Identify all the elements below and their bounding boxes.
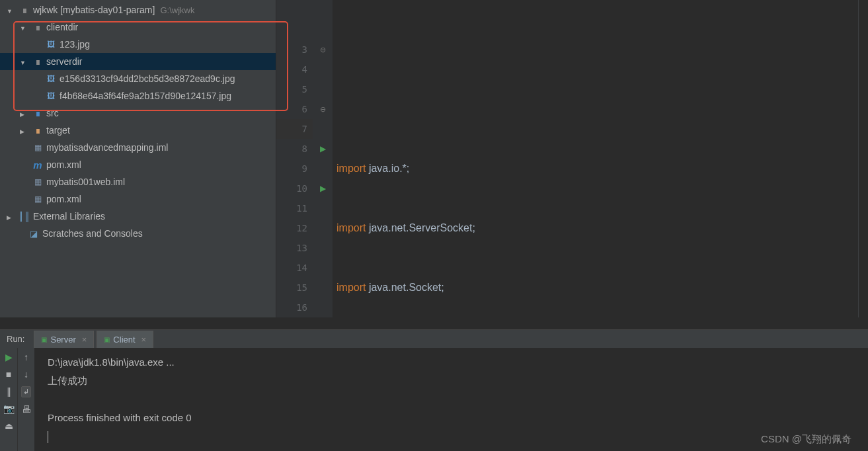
chevron-down-icon[interactable] bbox=[20, 56, 29, 67]
tree-label: wjkwk [mybatis-day01-param] bbox=[33, 5, 155, 15]
gutter-line[interactable]: 8 bbox=[276, 139, 313, 159]
rerun-icon[interactable]: ▶ bbox=[5, 352, 13, 362]
close-icon[interactable]: × bbox=[141, 335, 147, 345]
chevron-down-icon[interactable] bbox=[7, 5, 16, 15]
gutter-line[interactable]: 12 bbox=[276, 218, 313, 238]
file-icon: ▦ bbox=[32, 194, 44, 204]
tree-row-file[interactable]: . 🖼 e156d3313cf94dd2bcb5d3e8872ead9c.jpg bbox=[0, 70, 276, 87]
run-header: Run: ▣ Server × ▣ Client × bbox=[0, 330, 868, 348]
run-tab-server[interactable]: ▣ Server × bbox=[34, 331, 94, 348]
console-output[interactable]: D:\java\jdk1.8\bin\java.exe ... 上传成功 Pro… bbox=[34, 348, 868, 451]
watermark-text: CSDN @飞翔的佩奇 bbox=[761, 433, 851, 446]
scratch-icon: ◪ bbox=[28, 229, 40, 239]
tree-row-file[interactable]: . ▦ mybatisadvancedmapping.iml bbox=[0, 139, 276, 156]
tree-row-target[interactable]: ∎ target bbox=[0, 122, 276, 139]
folder-icon: ∎ bbox=[32, 108, 44, 118]
gutter-line[interactable]: 4 bbox=[276, 60, 313, 79]
folder-icon: ∎ bbox=[19, 5, 30, 15]
gutter-line[interactable] bbox=[276, 0, 313, 20]
tree-row-root[interactable]: ∎ wjkwk [mybatis-day01-param] G:\wjkwk bbox=[0, 1, 276, 19]
tree-label: 123.jpg bbox=[59, 39, 90, 50]
image-file-icon: 🖼 bbox=[45, 40, 57, 49]
library-icon: ┃║ bbox=[19, 212, 30, 222]
tree-row-file[interactable]: . 🖼 123.jpg bbox=[0, 36, 276, 53]
run-main-icon[interactable]: ▶ bbox=[320, 184, 326, 193]
run-panel-title: Run: bbox=[0, 334, 31, 344]
folder-icon: ∎ bbox=[32, 125, 44, 136]
tree-row-file[interactable]: . ▦ pom.xml bbox=[0, 190, 276, 208]
maven-icon: m bbox=[32, 159, 44, 171]
gutter-line[interactable]: 9 bbox=[276, 159, 313, 179]
fold-icon[interactable]: ⊖ bbox=[320, 46, 326, 54]
tree-path: G:\wjkwk bbox=[160, 5, 194, 15]
run-tab-label: Server bbox=[50, 335, 75, 345]
soft-wrap-icon[interactable]: ↲ bbox=[21, 386, 31, 397]
gutter-line[interactable]: 3 bbox=[276, 40, 313, 60]
tree-label: pom.xml bbox=[46, 159, 81, 170]
editor: 3 4 5 6 7 8 9 10 11 12 13 14 15 16 ⊖ ⊖ ▶… bbox=[276, 0, 868, 317]
file-icon: ▦ bbox=[32, 177, 44, 186]
tree-row-clientdir[interactable]: ∎ clientdir bbox=[0, 19, 276, 36]
tree-label: e156d3313cf94dd2bcb5d3e8872ead9c.jpg bbox=[59, 73, 235, 84]
gutter-line[interactable]: 14 bbox=[276, 258, 313, 278]
gutter-line[interactable]: 11 bbox=[276, 198, 313, 218]
close-icon[interactable]: × bbox=[82, 335, 87, 345]
tree-row-file[interactable]: . 🖼 f4b68e64a3f64fe9a2b157d90e124157.jpg bbox=[0, 87, 276, 104]
tree-row-scratches[interactable]: . ◪ Scratches and Consoles bbox=[0, 225, 276, 242]
file-icon: ▦ bbox=[32, 143, 44, 152]
gutter-line[interactable]: 10 bbox=[276, 179, 313, 198]
tree-label: f4b68e64a3f64fe9a2b157d90e124157.jpg bbox=[59, 91, 231, 101]
image-file-icon: 🖼 bbox=[45, 74, 57, 83]
run-tab-label: Client bbox=[113, 335, 135, 345]
editor-minimap[interactable] bbox=[858, 0, 868, 317]
stop-icon[interactable]: ■ bbox=[6, 369, 11, 380]
console-line: 上传成功 bbox=[48, 372, 855, 390]
gutter-line[interactable]: 13 bbox=[276, 238, 313, 258]
gutter-line[interactable] bbox=[276, 20, 313, 40]
tree-label: target bbox=[46, 125, 70, 136]
folder-icon: ∎ bbox=[32, 22, 44, 32]
up-icon[interactable]: ↑ bbox=[24, 352, 28, 362]
image-file-icon: 🖼 bbox=[45, 91, 57, 101]
tree-row-file[interactable]: . m pom.xml bbox=[0, 156, 276, 173]
project-tree: ∎ wjkwk [mybatis-day01-param] G:\wjkwk ∎… bbox=[0, 0, 276, 317]
tree-label: src bbox=[46, 108, 59, 118]
tree-label: Scratches and Consoles bbox=[42, 228, 143, 239]
tree-label: pom.xml bbox=[46, 194, 81, 204]
tree-label: serverdir bbox=[46, 56, 82, 67]
code-area[interactable]: import java.io.*; import java.net.Server… bbox=[333, 0, 858, 317]
chevron-right-icon[interactable] bbox=[20, 108, 29, 118]
tree-label: mybatis001web.iml bbox=[46, 177, 125, 187]
tree-row-file[interactable]: . ▦ mybatis001web.iml bbox=[0, 173, 276, 190]
console-line bbox=[48, 390, 855, 409]
run-class-icon[interactable]: ▶ bbox=[320, 144, 326, 153]
tree-label: External Libraries bbox=[33, 211, 105, 222]
run-panel: Run: ▣ Server × ▣ Client × ▶ ■ ‖ 📷 ⏏ ↑ ↓… bbox=[0, 329, 868, 451]
chevron-down-icon[interactable] bbox=[20, 22, 29, 32]
gutter-line[interactable]: 7 bbox=[276, 119, 313, 139]
folder-icon: ∎ bbox=[32, 56, 44, 67]
gutter-line[interactable]: 6 bbox=[276, 99, 313, 119]
chevron-right-icon[interactable] bbox=[20, 125, 29, 136]
tree-row-serverdir[interactable]: ∎ serverdir bbox=[0, 53, 276, 70]
down-icon[interactable]: ↓ bbox=[24, 369, 28, 380]
gutter-line[interactable]: 16 bbox=[276, 298, 313, 317]
gutter-line[interactable]: 5 bbox=[276, 79, 313, 99]
run-toolbar-left: ▶ ■ ‖ 📷 ⏏ bbox=[0, 348, 17, 451]
console-line: Process finished with exit code 0 bbox=[48, 409, 855, 427]
run-tab-client[interactable]: ▣ Client × bbox=[97, 331, 153, 348]
tree-row-src[interactable]: ∎ src bbox=[0, 104, 276, 122]
gutter-line[interactable]: 15 bbox=[276, 278, 313, 298]
tree-row-external-libs[interactable]: ┃║ External Libraries bbox=[0, 208, 276, 225]
chevron-right-icon[interactable] bbox=[7, 211, 16, 222]
pause-icon[interactable]: ‖ bbox=[7, 386, 11, 397]
tree-label: mybatisadvancedmapping.iml bbox=[46, 142, 168, 153]
dump-icon[interactable]: 📷 bbox=[3, 403, 15, 414]
console-line: D:\java\jdk1.8\bin\java.exe ... bbox=[48, 353, 855, 372]
run-config-icon: ▣ bbox=[104, 336, 110, 343]
exit-icon[interactable]: ⏏ bbox=[5, 421, 13, 431]
line-gutter: 3 4 5 6 7 8 9 10 11 12 13 14 15 16 bbox=[276, 0, 313, 317]
run-toolbar-console: ↑ ↓ ↲ 🖶 bbox=[17, 348, 34, 451]
fold-icon[interactable]: ⊖ bbox=[320, 105, 326, 114]
print-icon[interactable]: 🖶 bbox=[22, 404, 31, 415]
